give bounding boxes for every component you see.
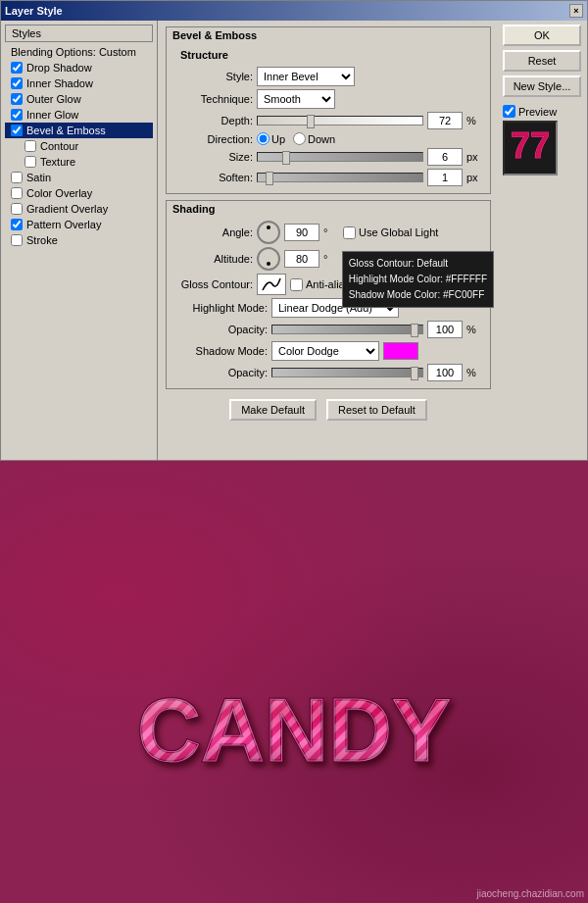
- altitude-input[interactable]: [284, 250, 319, 268]
- satin-item[interactable]: Satin: [5, 170, 153, 185]
- title-bar: Layer Style ×: [1, 1, 587, 21]
- blending-options-item[interactable]: Blending Options: Custom: [5, 44, 153, 60]
- texture-checkbox[interactable]: [24, 156, 36, 168]
- technique-select[interactable]: Smooth Chisel Hard Chisel Soft: [257, 89, 335, 109]
- contour-checkbox[interactable]: [24, 140, 36, 152]
- soften-unit: px: [466, 172, 482, 183]
- altitude-dot: [267, 262, 270, 266]
- pattern-overlay-checkbox[interactable]: [11, 219, 23, 230]
- texture-item[interactable]: Texture: [5, 154, 153, 170]
- gradient-overlay-checkbox[interactable]: [11, 203, 23, 215]
- reset-to-default-button[interactable]: Reset to Default: [326, 399, 427, 421]
- shadow-color-swatch[interactable]: [383, 342, 418, 360]
- size-unit: px: [466, 151, 482, 163]
- contour-preview: [261, 276, 282, 292]
- angle-widget[interactable]: [257, 221, 280, 244]
- inner-glow-item[interactable]: Inner Glow: [5, 107, 153, 123]
- inner-glow-checkbox[interactable]: [11, 109, 23, 121]
- shadow-mode-row: Shadow Mode: Color Dodge Normal Multiply: [174, 341, 482, 361]
- depth-input[interactable]: [427, 112, 463, 129]
- dialog-title: Layer Style: [5, 5, 63, 17]
- inner-shadow-item[interactable]: Inner Shadow: [5, 75, 153, 91]
- altitude-widget[interactable]: [257, 247, 280, 271]
- highlight-mode-label: Highlight Mode:: [174, 302, 268, 314]
- canvas-area: CANDY CANDY CANDY CANDY jiaocheng.chazid…: [0, 461, 588, 903]
- close-button[interactable]: ×: [569, 4, 583, 18]
- style-select[interactable]: Inner Bevel Outer Bevel Emboss Pillow Em…: [257, 67, 355, 86]
- contour-item[interactable]: Contour: [5, 138, 153, 154]
- gloss-contour-label: Gloss Contour:: [174, 278, 253, 290]
- svg-text:77: 77: [511, 125, 550, 166]
- shadow-opacity-label: Opacity:: [174, 367, 268, 378]
- bevel-emboss-section: Bevel & Emboss Structure Style: Inner Be…: [166, 26, 491, 194]
- style-row: Style: Inner Bevel Outer Bevel Emboss Pi…: [174, 67, 482, 86]
- soften-row: Soften: px: [174, 169, 482, 186]
- satin-checkbox[interactable]: [11, 172, 23, 183]
- candy-svg: CANDY CANDY CANDY CANDY: [59, 668, 529, 785]
- shadow-mode-select[interactable]: Color Dodge Normal Multiply: [271, 341, 379, 361]
- soften-slider[interactable]: [257, 173, 423, 182]
- outer-glow-checkbox[interactable]: [11, 93, 23, 105]
- ok-button[interactable]: OK: [503, 25, 581, 46]
- size-row: Size: px: [174, 148, 482, 166]
- depth-label: Depth:: [174, 115, 253, 126]
- soften-label: Soften:: [174, 172, 253, 183]
- preview-checkbox[interactable]: [503, 105, 515, 118]
- stroke-item[interactable]: Stroke: [5, 232, 153, 248]
- color-overlay-checkbox[interactable]: [11, 187, 23, 199]
- pattern-overlay-item[interactable]: Pattern Overlay: [5, 217, 153, 232]
- styles-header[interactable]: Styles: [5, 25, 153, 42]
- angle-row: Angle: ° Use Global Light: [174, 221, 482, 244]
- altitude-unit: °: [323, 253, 339, 265]
- depth-row: Depth: %: [174, 112, 482, 129]
- direction-up-label[interactable]: Up: [257, 132, 285, 145]
- shadow-mode-label: Shadow Mode:: [174, 345, 268, 357]
- new-style-button[interactable]: New Style...: [503, 75, 581, 97]
- shadow-opacity-row: Opacity: %: [174, 364, 482, 381]
- shadow-opacity-slider[interactable]: [271, 368, 423, 377]
- depth-slider[interactable]: [257, 116, 423, 125]
- tooltip-line3: Shadow Mode Color: #FC00FF: [349, 287, 487, 303]
- highlight-opacity-input[interactable]: [427, 321, 463, 338]
- preview-label-row: Preview: [503, 105, 557, 118]
- stroke-checkbox[interactable]: [11, 234, 23, 246]
- candy-text-container: CANDY CANDY CANDY CANDY: [49, 668, 539, 785]
- gloss-contour-swatch[interactable]: [257, 274, 286, 295]
- outer-glow-item[interactable]: Outer Glow: [5, 91, 153, 107]
- angle-dot: [267, 226, 270, 229]
- direction-up-radio[interactable]: [257, 132, 270, 145]
- make-default-button[interactable]: Make Default: [229, 399, 317, 421]
- shadow-opacity-input[interactable]: [427, 364, 463, 381]
- size-slider[interactable]: [257, 152, 423, 162]
- highlight-opacity-label: Opacity:: [174, 324, 268, 335]
- direction-down-radio[interactable]: [293, 132, 306, 145]
- shadow-opacity-unit: %: [466, 367, 482, 378]
- angle-input[interactable]: [284, 224, 319, 241]
- size-label: Size:: [174, 151, 253, 163]
- tooltip: Gloss Contour: Default Highlight Mode Co…: [342, 251, 494, 308]
- bevel-emboss-item[interactable]: Bevel & Emboss: [5, 123, 153, 138]
- preview-svg: 77 77: [506, 124, 555, 173]
- tooltip-line1: Gloss Contour: Default: [349, 256, 487, 272]
- direction-down-label[interactable]: Down: [293, 132, 335, 145]
- color-overlay-item[interactable]: Color Overlay: [5, 185, 153, 201]
- drop-shadow-checkbox[interactable]: [11, 62, 23, 74]
- tooltip-line2: Highlight Mode Color: #FFFFFF: [349, 272, 487, 287]
- size-input[interactable]: [427, 148, 463, 166]
- reset-button[interactable]: Reset: [503, 50, 581, 72]
- use-global-light-container: Use Global Light: [343, 226, 438, 239]
- style-label: Style:: [174, 71, 253, 82]
- angle-unit: °: [323, 226, 339, 238]
- anti-aliased-checkbox[interactable]: [290, 278, 303, 291]
- highlight-opacity-slider[interactable]: [271, 325, 423, 334]
- watermark: jiaocheng.chazidian.com: [476, 888, 584, 899]
- gradient-overlay-item[interactable]: Gradient Overlay: [5, 201, 153, 217]
- soften-input[interactable]: [427, 169, 463, 186]
- inner-shadow-checkbox[interactable]: [11, 77, 23, 89]
- technique-label: Technique:: [174, 93, 253, 105]
- technique-row: Technique: Smooth Chisel Hard Chisel Sof…: [174, 89, 482, 109]
- drop-shadow-item[interactable]: Drop Shadow: [5, 60, 153, 75]
- bevel-emboss-checkbox[interactable]: [11, 125, 23, 136]
- use-global-light-checkbox[interactable]: [343, 226, 356, 239]
- angle-label: Angle:: [174, 226, 253, 238]
